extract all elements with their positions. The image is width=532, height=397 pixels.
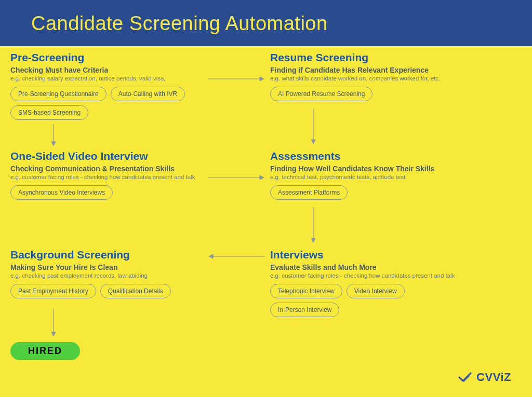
node-example: e.g. customer facing roles - checking ho… <box>10 174 213 180</box>
pill: AI Powered Resume Screening <box>270 87 373 101</box>
arrow-down-icon <box>50 124 57 147</box>
node-interviews: Interviews Evaluate Skills and Much More… <box>270 249 473 317</box>
node-example: e.g. customer facing roles - checking ho… <box>270 272 473 279</box>
node-pre-screening: Pre-Screening Checking Must have Criteri… <box>10 51 213 120</box>
node-video-interview: One-Sided Video Interview Checking Commu… <box>10 150 213 200</box>
node-example: e.g. checking past employment records, l… <box>10 272 213 279</box>
arrow-right-icon <box>208 75 265 83</box>
svg-marker-7 <box>260 175 264 180</box>
node-title: Pre-Screening <box>10 51 213 64</box>
arrow-right-icon <box>208 174 265 181</box>
node-subtitle: Evaluate Skills and Much More <box>270 263 473 271</box>
pill: Qualification Details <box>100 284 171 298</box>
node-example: e.g. what skills candidate worked on, co… <box>270 75 473 81</box>
arrow-down-icon <box>310 108 317 145</box>
pill-group: Asynchronous Video Interviews <box>10 185 213 200</box>
pill: Asynchronous Video Interviews <box>10 185 113 200</box>
node-subtitle: Making Sure Your Hire Is Clean <box>10 263 213 271</box>
node-subtitle: Finding if Candidate Has Relevant Experi… <box>270 66 473 74</box>
node-title: Resume Screening <box>270 51 473 64</box>
pill: Video Interview <box>347 284 405 298</box>
logo-text: CVViZ <box>476 371 511 384</box>
node-assessments: Assessments Finding How Well Candidates … <box>270 150 473 200</box>
svg-marker-1 <box>260 77 264 81</box>
arrow-down-icon <box>310 207 317 243</box>
arrow-down-icon <box>50 309 57 337</box>
pill: Telephonic Interview <box>270 284 342 298</box>
pill: Past Employment History <box>10 284 96 298</box>
node-title: Interviews <box>270 249 473 261</box>
svg-marker-9 <box>311 238 315 242</box>
logo-mark-icon <box>458 370 472 385</box>
node-resume-screening: Resume Screening Finding if Candidate Ha… <box>270 51 473 101</box>
pill-group: Assessment Platforms <box>270 185 473 200</box>
pill-group: Telephonic Interview Video Interview In-… <box>270 284 473 317</box>
node-background-screening: Background Screening Making Sure Your Hi… <box>10 249 213 298</box>
node-example: e.g. technical test, psychometric tests,… <box>270 174 473 180</box>
hired-badge: HIRED <box>10 342 80 360</box>
pill: Assessment Platforms <box>270 185 348 200</box>
node-title: Assessments <box>270 150 473 162</box>
svg-marker-3 <box>311 140 315 144</box>
pill: SMS-based Screening <box>10 105 88 120</box>
brand-logo: CVViZ <box>458 370 511 385</box>
diagram-page: Candidate Screening Automation Pre-Scree… <box>0 0 532 397</box>
node-title: One-Sided Video Interview <box>10 150 213 162</box>
node-example: e.g. checking salary expectation, notice… <box>10 75 213 81</box>
pill-group: Pre-Screening Questionnaire Auto-Calling… <box>10 87 213 120</box>
pill: In-Person Interview <box>270 303 339 317</box>
svg-marker-11 <box>209 254 213 258</box>
arrow-left-icon <box>208 253 265 260</box>
flow-canvas: Pre-Screening Checking Must have Criteri… <box>0 46 532 397</box>
page-title: Candidate Screening Automation <box>0 0 532 46</box>
pill: Pre-Screening Questionnaire <box>10 87 107 101</box>
node-subtitle: Checking Must have Criteria <box>10 66 213 74</box>
svg-marker-5 <box>51 142 56 146</box>
svg-marker-13 <box>51 332 56 336</box>
node-subtitle: Finding How Well Candidates Know Their S… <box>270 165 473 173</box>
node-title: Background Screening <box>10 249 213 261</box>
pill-group: AI Powered Resume Screening <box>270 87 473 101</box>
hired-badge-wrap: HIRED <box>10 342 80 360</box>
node-subtitle: Checking Communication & Presentation Sk… <box>10 165 213 173</box>
pill: Auto-Calling with IVR <box>111 87 185 101</box>
pill-group: Past Employment History Qualification De… <box>10 284 213 298</box>
